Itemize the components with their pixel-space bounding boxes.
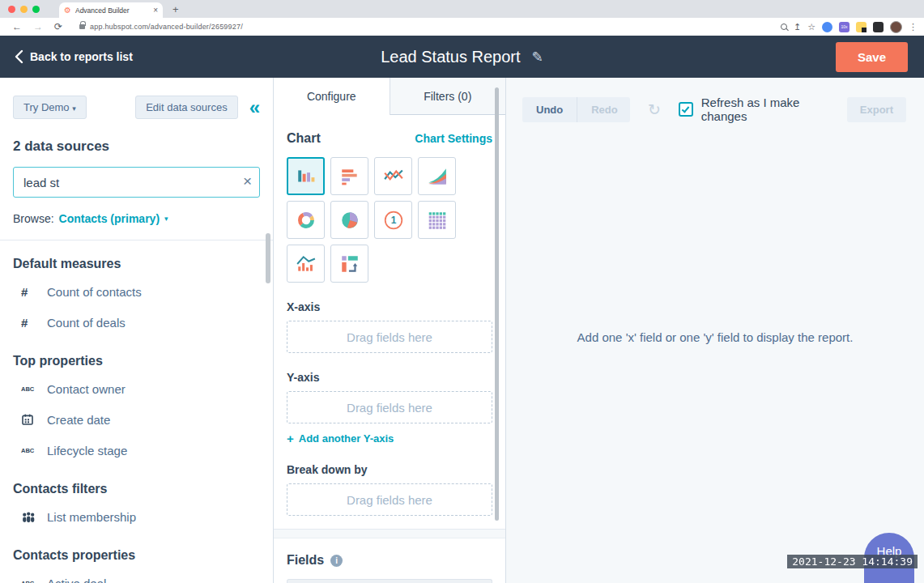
extension-icon-blue[interactable] xyxy=(822,22,832,32)
chart-type-grid: 1 xyxy=(287,157,465,283)
section-heading-top-properties: Top properties xyxy=(13,354,260,368)
lock-icon[interactable] xyxy=(79,24,85,29)
browser-menu-icon[interactable]: ⋮ xyxy=(909,23,918,32)
field-item-contact-owner[interactable]: ABC Contact owner xyxy=(13,373,260,404)
field-label: Contact owner xyxy=(47,382,126,396)
x-axis-dropzone[interactable]: Drag fields here xyxy=(287,321,492,353)
chart-type-line[interactable] xyxy=(374,157,412,195)
edit-pencil-icon[interactable]: ✎ xyxy=(532,49,543,66)
area-chart-icon xyxy=(427,166,448,187)
profile-avatar[interactable] xyxy=(890,21,902,33)
refresh-checkbox[interactable] xyxy=(679,102,693,117)
svg-text:1: 1 xyxy=(390,215,396,226)
chart-type-pivot[interactable] xyxy=(330,245,368,283)
new-tab-button[interactable]: + xyxy=(172,3,179,15)
bookmark-star-icon[interactable]: ☆ xyxy=(807,23,815,32)
section-heading-contacts-properties: Contacts properties xyxy=(13,548,260,563)
fields-heading: Fields xyxy=(287,553,324,568)
number-field-icon: # xyxy=(21,285,47,299)
field-item-count-of-contacts[interactable]: # Count of contacts xyxy=(13,276,260,307)
chart-type-vertical-bar[interactable] xyxy=(287,157,325,195)
save-button[interactable]: Save xyxy=(836,42,908,72)
chevron-down-icon: ▾ xyxy=(72,104,76,113)
clear-search-icon[interactable]: × xyxy=(243,172,252,190)
field-label: Create date xyxy=(47,413,110,427)
chart-type-pie[interactable] xyxy=(330,201,368,239)
redo-button[interactable]: Redo xyxy=(577,97,630,122)
refresh-checkbox-label: Refresh as I make changes xyxy=(701,96,847,123)
hubspot-favicon-icon: ⚙ xyxy=(64,6,71,15)
chart-type-area[interactable] xyxy=(418,157,456,195)
break-down-dropzone[interactable]: Drag fields here xyxy=(287,483,492,516)
back-to-reports-link[interactable]: Back to reports list xyxy=(15,49,133,64)
close-window-button[interactable] xyxy=(8,6,15,13)
chart-settings-link[interactable]: Chart Settings xyxy=(415,132,492,145)
chart-type-donut[interactable] xyxy=(287,201,325,239)
back-label: Back to reports list xyxy=(30,50,133,63)
chart-type-table[interactable] xyxy=(418,201,456,239)
field-search-input[interactable] xyxy=(13,167,260,198)
text-field-icon: ABC xyxy=(21,447,47,454)
section-heading-contacts-filters: Contacts filters xyxy=(13,482,260,496)
maximize-window-button[interactable] xyxy=(32,6,40,13)
tab-configure[interactable]: Configure xyxy=(274,78,390,115)
section-heading-default-measures: Default measures xyxy=(13,257,260,271)
browse-source-dropdown[interactable]: Contacts (primary) xyxy=(59,212,160,225)
reload-icon[interactable]: ⟳ xyxy=(54,21,62,32)
collapse-sidebar-icon[interactable]: « xyxy=(249,98,260,117)
browser-address-bar: ← → ⟳ app.hubspot.com/advanced-builder/2… xyxy=(0,18,924,36)
y-axis-label: Y-axis xyxy=(287,371,492,384)
export-button[interactable]: Export xyxy=(847,97,906,122)
browser-extensions: ↥ ☆ 10x ⋮ xyxy=(781,21,918,33)
browser-tab-strip: ⚙ Advanced Builder × + xyxy=(0,0,924,18)
field-label: Count of contacts xyxy=(47,285,142,299)
share-icon[interactable]: ↥ xyxy=(794,23,801,32)
undo-button[interactable]: Undo xyxy=(522,97,577,122)
url-text[interactable]: app.hubspot.com/advanced-builder/2659927… xyxy=(90,23,781,31)
search-zoom-icon[interactable] xyxy=(781,23,787,30)
refresh-icon[interactable]: ↻ xyxy=(648,100,661,119)
extension-icon-dark[interactable] xyxy=(873,22,884,32)
tab-filters[interactable]: Filters (0) xyxy=(390,78,506,115)
info-icon[interactable]: i xyxy=(330,555,343,567)
sidebar-scrollbar[interactable] xyxy=(266,233,270,283)
edit-data-sources-button[interactable]: Edit data sources xyxy=(135,96,237,119)
data-sources-sidebar: Try Demo ▾ Edit data sources « 2 data so… xyxy=(0,78,273,583)
chart-type-single-number[interactable]: 1 xyxy=(374,201,412,239)
try-demo-button[interactable]: Try Demo ▾ xyxy=(13,96,87,119)
break-down-label: Break down by xyxy=(287,463,492,476)
back-icon[interactable]: ← xyxy=(12,21,22,32)
field-item-create-date[interactable]: Create date xyxy=(13,404,260,435)
field-item-lifecycle-stage[interactable]: ABC Lifecycle stage xyxy=(13,435,260,466)
add-y-axis-link[interactable]: + Add another Y-axis xyxy=(287,432,492,445)
extension-icon-recorder[interactable]: 10x xyxy=(839,22,849,32)
chevron-down-icon: ▾ xyxy=(164,215,168,223)
add-y-axis-label: Add another Y-axis xyxy=(299,432,394,445)
extension-icon-yellow[interactable] xyxy=(856,22,867,32)
forward-icon[interactable]: → xyxy=(33,21,43,32)
browse-label: Browse: xyxy=(13,212,54,225)
field-item-list-membership[interactable]: List membership xyxy=(13,501,260,532)
table-chart-icon xyxy=(427,210,448,231)
configure-scrollbar[interactable] xyxy=(495,87,499,521)
field-item-count-of-deals[interactable]: # Count of deals xyxy=(13,307,260,338)
chart-type-combo[interactable] xyxy=(287,245,325,283)
minimize-window-button[interactable] xyxy=(20,6,28,13)
text-field-icon: ABC xyxy=(21,385,47,393)
chart-heading: Chart xyxy=(287,131,321,146)
chevron-left-icon xyxy=(15,49,23,64)
y-axis-dropzone[interactable]: Drag fields here xyxy=(287,391,492,423)
chart-type-horizontal-bar[interactable] xyxy=(330,157,368,195)
window-controls xyxy=(0,6,48,18)
tab-close-icon[interactable]: × xyxy=(153,6,158,15)
field-item-active-deal[interactable]: ABC Active deal xyxy=(13,568,260,583)
line-chart-icon xyxy=(383,166,404,187)
report-preview-panel: Undo Redo ↻ Refresh as I make changes Ex… xyxy=(506,78,924,583)
fields-dropzone-partial[interactable] xyxy=(287,579,492,583)
calendar-icon xyxy=(21,413,47,426)
field-label: Active deal xyxy=(47,577,106,583)
donut-chart-icon xyxy=(296,210,317,231)
configure-panel: Configure Filters (0) Chart Chart Settin… xyxy=(273,78,506,583)
pivot-chart-icon xyxy=(339,253,360,274)
browser-tab[interactable]: ⚙ Advanced Builder × xyxy=(59,2,163,18)
